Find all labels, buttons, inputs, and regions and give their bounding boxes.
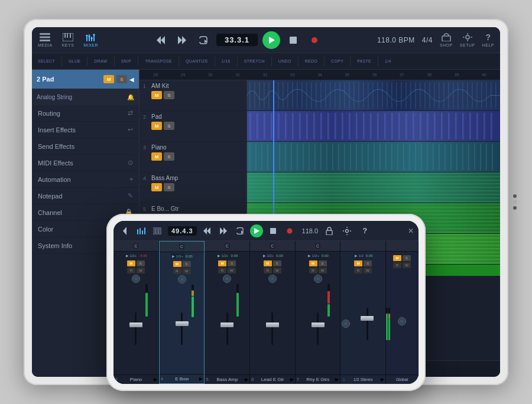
copy-btn[interactable]: COPY (327, 58, 347, 64)
ch-5-eq-knob[interactable] (223, 275, 231, 283)
forward-btn[interactable] (174, 32, 190, 48)
ch-global-solo[interactable]: S (403, 255, 411, 261)
nav-dot-2[interactable] (513, 200, 517, 204)
phone-position[interactable]: 49.4.3 (168, 226, 197, 236)
ch-6-fader[interactable] (265, 284, 280, 373)
ch-global-mute[interactable]: M (393, 255, 401, 261)
ch-3-mute[interactable]: M (127, 260, 135, 266)
ch-stereo-routing-btn[interactable]: ▶ 1/2 (353, 253, 365, 258)
ch-3-read[interactable]: R (127, 268, 135, 273)
select-tool[interactable]: SELECT (34, 58, 59, 64)
nav-dot-3[interactable] (513, 206, 517, 210)
ch-4-eq-knob[interactable] (178, 275, 186, 284)
mixer-icon-btn[interactable]: MIXER (83, 32, 98, 47)
track-1-solo[interactable]: S (164, 91, 174, 99)
track-4-mute[interactable]: M (151, 183, 162, 191)
track-2-solo[interactable]: S (164, 122, 174, 130)
phone-settings-icon[interactable] (340, 224, 353, 237)
phone-close-btn[interactable]: ✕ (408, 227, 414, 235)
glue-tool[interactable]: GLUE (65, 58, 84, 64)
ch-stereo-mute[interactable]: M (354, 260, 362, 266)
ch-7-eq-knob[interactable] (314, 275, 322, 283)
bpm-display[interactable]: 118.0 BPM (377, 36, 415, 44)
undo-btn[interactable]: UNDO (275, 58, 295, 64)
media-icon-btn[interactable]: MEDIA (38, 32, 53, 47)
snip-tool[interactable]: SNIP (118, 58, 135, 64)
track-4-solo[interactable]: S (164, 183, 174, 191)
ch-stereo-fader-handle[interactable] (361, 316, 374, 321)
phone-lock-icon[interactable] (323, 224, 336, 237)
ch-5-fader-handle[interactable] (220, 322, 233, 327)
ch-stereo-write[interactable]: W (364, 268, 372, 273)
phone-back-btn[interactable] (118, 224, 131, 237)
position-display[interactable]: 33.3.1 (216, 34, 258, 46)
sidebar-item-notepad[interactable]: Notepad ✎ (32, 188, 139, 204)
ch-7-read[interactable]: R (309, 268, 317, 273)
phone-forward-btn[interactable] (217, 224, 230, 237)
help-icon-btn[interactable]: ? HELP (482, 32, 494, 47)
solo-btn[interactable]: S (116, 75, 127, 83)
active-track-header[interactable]: 2 Pad M S ◀ (32, 70, 139, 89)
ch-global-write[interactable]: W (403, 262, 411, 268)
ch-4-fader[interactable] (175, 285, 189, 373)
ch-3-solo[interactable]: S (137, 260, 145, 266)
quantize-value[interactable]: 1/16 (218, 58, 234, 64)
phone-channel-icon[interactable] (151, 224, 164, 237)
ch-6-write[interactable]: W (273, 268, 281, 273)
ch-3-eq-knob[interactable] (132, 275, 140, 283)
stretch-tool[interactable]: STRETCH (241, 58, 268, 64)
ch-4-fader-handle[interactable] (176, 321, 189, 326)
ch-5-solo[interactable]: S (228, 260, 236, 266)
ch-4-write[interactable]: W (183, 268, 191, 274)
ch-3-fader-handle[interactable] (129, 322, 142, 327)
phone-play-btn[interactable] (250, 224, 263, 237)
sidebar-item-midi-effects[interactable]: MIDI Effects ⊙ (32, 155, 139, 171)
sidebar-item-insert-effects[interactable]: Insert Effects ↩ (32, 122, 139, 138)
ch-6-mute[interactable]: M (264, 260, 272, 266)
ch-global-read[interactable]: R (393, 262, 401, 268)
sidebar-item-automation[interactable]: Automation ⌖ (32, 171, 139, 188)
redo-btn[interactable]: REDO (301, 58, 321, 64)
track-3-solo[interactable]: S (164, 152, 174, 161)
sidebar-item-routing[interactable]: Routing ⇄ (32, 105, 139, 122)
ch-6-routing-btn[interactable]: ▶ 1/2+ (262, 253, 275, 258)
track-1-mute[interactable]: M (151, 91, 162, 99)
phone-record-btn[interactable] (283, 224, 296, 237)
transpose-tool[interactable]: TRANSPOSE (141, 58, 176, 64)
loop-btn[interactable] (195, 32, 212, 48)
ch-7-solo[interactable]: S (319, 260, 327, 266)
ch-global-eq-knob[interactable] (398, 317, 406, 325)
ch-3-write[interactable]: W (137, 268, 145, 273)
track-2-content[interactable] (247, 111, 500, 141)
ch-5-fader[interactable] (220, 284, 234, 373)
ch-6-solo[interactable]: S (273, 260, 281, 266)
ch-stereo-solo[interactable]: S (364, 260, 372, 266)
ch-5-mute[interactable]: M (218, 260, 226, 266)
shop-icon-btn[interactable]: SHOP (440, 32, 453, 47)
ch-6-read[interactable]: R (264, 268, 272, 273)
ch-5-routing-btn[interactable]: ▶ 1/2+ (216, 253, 230, 258)
phone-loop-btn[interactable] (233, 224, 246, 237)
phone-rewind-btn[interactable] (200, 224, 213, 237)
nav-dot-1[interactable] (513, 194, 517, 198)
ch-7-write[interactable]: W (319, 268, 327, 273)
ch-4-read[interactable]: R (173, 268, 181, 274)
ch-6-fader-handle[interactable] (266, 322, 279, 327)
paste-btn[interactable]: PASTE (353, 58, 375, 64)
play-btn[interactable] (262, 31, 280, 49)
ch-4-solo[interactable]: S (183, 261, 191, 267)
track-3-content[interactable] (247, 142, 500, 172)
ch-7-fader[interactable] (311, 284, 325, 373)
track-2-mute[interactable]: M (151, 122, 162, 130)
phone-stop-btn[interactable] (267, 224, 280, 237)
setup-icon-btn[interactable]: SETUP (460, 32, 475, 47)
ch-7-mute[interactable]: M (309, 260, 317, 266)
ch-7-routing-btn[interactable]: ▶ 1/2+ (307, 253, 320, 258)
ch-5-read[interactable]: R (218, 268, 226, 273)
ch-5-write[interactable]: W (228, 268, 236, 273)
draw-tool[interactable]: DRAW (90, 58, 111, 64)
keys-icon-btn[interactable]: KEYS (62, 32, 74, 47)
ch-stereo-fader[interactable] (350, 308, 384, 340)
quantize-tool[interactable]: QUANTIZE (182, 58, 212, 64)
ch-4-mute[interactable]: M (173, 261, 181, 267)
